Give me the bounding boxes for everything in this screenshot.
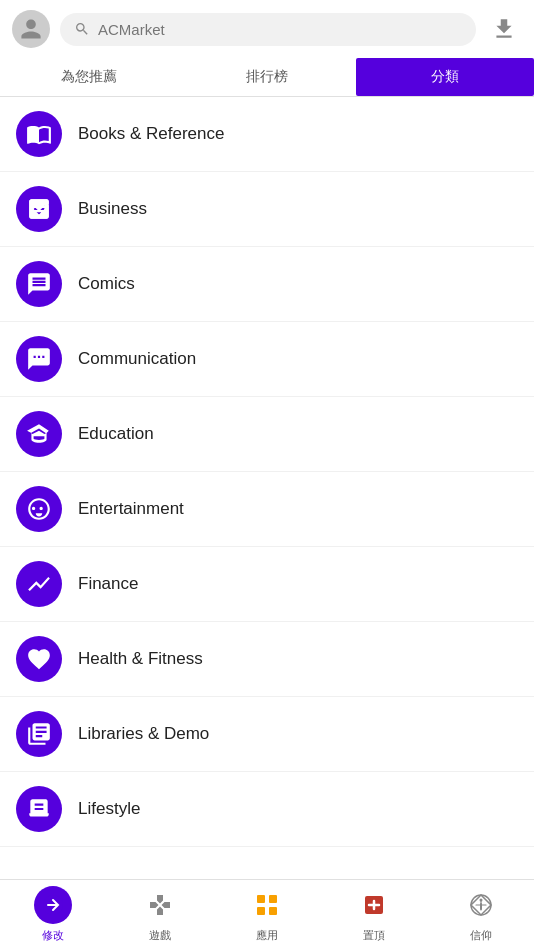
education-label: Education (78, 424, 154, 444)
nav-item-modify[interactable]: 修改 (34, 886, 72, 943)
list-item[interactable]: Lifestyle (0, 772, 534, 847)
nav-item-games[interactable]: 遊戲 (141, 886, 179, 943)
info-icon (462, 886, 500, 924)
svg-rect-3 (269, 895, 277, 903)
modify-nav-label: 修改 (42, 928, 64, 943)
list-item[interactable]: Books & Reference (0, 97, 534, 172)
avatar[interactable] (12, 10, 50, 48)
books-reference-icon (16, 111, 62, 157)
download-button[interactable] (486, 11, 522, 47)
communication-icon (16, 336, 62, 382)
apps-icon (248, 886, 286, 924)
finance-label: Finance (78, 574, 138, 594)
info-nav-label: 信仰 (470, 928, 492, 943)
list-item[interactable]: Health & Fitness (0, 622, 534, 697)
tab-ranking[interactable]: 排行榜 (178, 58, 356, 96)
list-item[interactable]: Comics (0, 247, 534, 322)
business-icon (16, 186, 62, 232)
list-item[interactable]: Finance (0, 547, 534, 622)
list-item[interactable]: Entertainment (0, 472, 534, 547)
tab-bar: 為您推薦 排行榜 分類 (0, 58, 534, 97)
entertainment-icon (16, 486, 62, 532)
header (0, 0, 534, 58)
comics-label: Comics (78, 274, 135, 294)
category-list: Books & Reference Business Comics Commun… (0, 97, 534, 860)
search-input[interactable] (98, 21, 462, 38)
modify-icon (34, 886, 72, 924)
games-nav-label: 遊戲 (149, 928, 171, 943)
nav-item-info[interactable]: 信仰 (462, 886, 500, 943)
list-item[interactable]: Communication (0, 322, 534, 397)
apps-nav-label: 應用 (256, 928, 278, 943)
finance-icon (16, 561, 62, 607)
top-nav-label: 置頂 (363, 928, 385, 943)
comics-icon (16, 261, 62, 307)
nav-item-top[interactable]: 置頂 (355, 886, 393, 943)
tab-categories[interactable]: 分類 (356, 58, 534, 96)
search-icon (74, 21, 90, 37)
search-bar[interactable] (60, 13, 476, 46)
svg-rect-2 (257, 895, 265, 903)
entertainment-label: Entertainment (78, 499, 184, 519)
libraries-demo-icon (16, 711, 62, 757)
tab-recommended[interactable]: 為您推薦 (0, 58, 178, 96)
communication-label: Communication (78, 349, 196, 369)
svg-rect-4 (257, 907, 265, 915)
games-icon (141, 886, 179, 924)
lifestyle-icon (16, 786, 62, 832)
business-label: Business (78, 199, 147, 219)
health-fitness-icon (16, 636, 62, 682)
books-reference-label: Books & Reference (78, 124, 224, 144)
libraries-demo-label: Libraries & Demo (78, 724, 209, 744)
list-item[interactable]: Live Wallpaper (0, 847, 534, 860)
list-item[interactable]: Business (0, 172, 534, 247)
list-item[interactable]: Education (0, 397, 534, 472)
bottom-nav: 修改 遊戲 應用 置頂 (0, 879, 534, 949)
list-item[interactable]: Libraries & Demo (0, 697, 534, 772)
top-icon (355, 886, 393, 924)
health-fitness-label: Health & Fitness (78, 649, 203, 669)
education-icon (16, 411, 62, 457)
lifestyle-label: Lifestyle (78, 799, 140, 819)
svg-rect-5 (269, 907, 277, 915)
nav-item-apps[interactable]: 應用 (248, 886, 286, 943)
